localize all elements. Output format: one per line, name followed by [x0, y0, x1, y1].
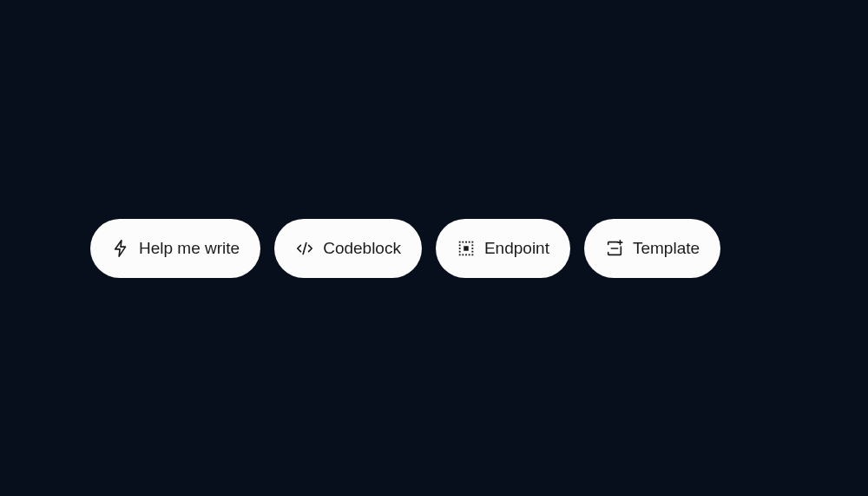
- codeblock-label: Codeblock: [323, 239, 401, 258]
- help-me-write-button[interactable]: Help me write: [90, 219, 260, 278]
- code-icon: [295, 239, 314, 258]
- help-me-write-label: Help me write: [139, 239, 240, 258]
- svg-rect-17: [464, 246, 469, 251]
- endpoint-label: Endpoint: [484, 239, 549, 258]
- template-button[interactable]: Template: [584, 219, 720, 278]
- svg-rect-10: [471, 254, 473, 255]
- svg-rect-4: [469, 241, 470, 242]
- svg-rect-11: [459, 244, 461, 246]
- template-icon: [605, 239, 624, 258]
- action-button-row: Help me write Codeblock: [0, 219, 868, 278]
- svg-rect-12: [459, 248, 461, 249]
- svg-rect-16: [471, 250, 473, 252]
- svg-rect-7: [462, 254, 464, 255]
- svg-rect-9: [469, 254, 470, 255]
- svg-rect-6: [459, 254, 461, 255]
- svg-rect-2: [462, 241, 464, 242]
- svg-rect-8: [465, 254, 467, 255]
- endpoint-button[interactable]: Endpoint: [436, 219, 570, 278]
- square-icon: [457, 239, 476, 258]
- codeblock-button[interactable]: Codeblock: [274, 219, 422, 278]
- lightning-icon: [111, 239, 130, 258]
- svg-line-0: [303, 242, 306, 254]
- svg-rect-1: [459, 241, 461, 242]
- svg-rect-5: [471, 241, 473, 242]
- template-label: Template: [633, 239, 700, 258]
- svg-rect-3: [465, 241, 467, 242]
- svg-rect-15: [471, 248, 473, 249]
- svg-rect-14: [471, 244, 473, 246]
- svg-rect-13: [459, 250, 461, 252]
